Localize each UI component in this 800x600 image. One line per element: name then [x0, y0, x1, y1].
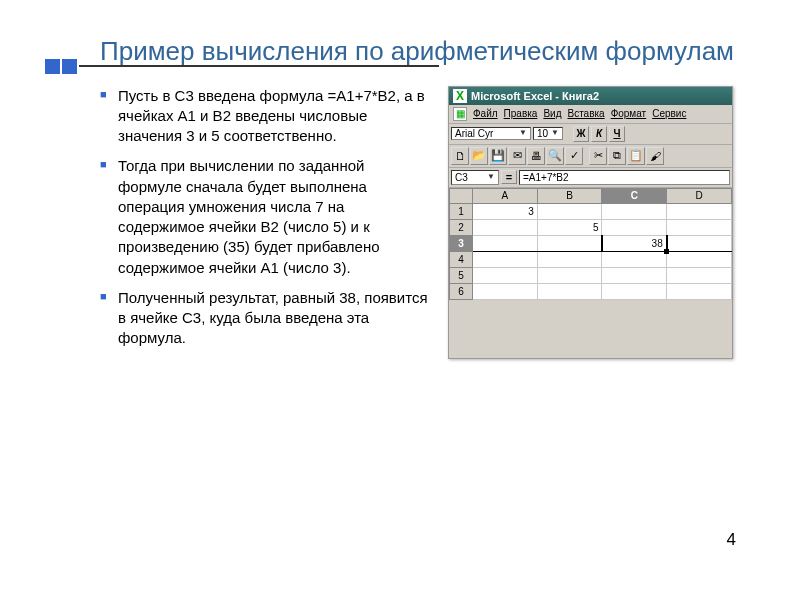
document-icon[interactable]: ▦ — [453, 107, 467, 121]
deco-line — [79, 65, 439, 67]
table-row: 4 — [450, 251, 732, 267]
font-value: Arial Cyr — [455, 128, 493, 139]
cell-d3[interactable] — [667, 235, 732, 251]
page-number: 4 — [727, 530, 736, 550]
cell-c6[interactable] — [602, 283, 667, 299]
col-header-b[interactable]: B — [537, 188, 602, 203]
font-selector[interactable]: Arial Cyr ▼ — [451, 127, 531, 140]
open-icon[interactable]: 📂 — [470, 147, 488, 165]
select-all-corner[interactable] — [450, 188, 473, 203]
chevron-down-icon: ▼ — [487, 172, 495, 183]
bullet-list: Пусть в С3 введена формула =А1+7*В2, а в… — [100, 86, 430, 359]
table-row: 1 3 — [450, 203, 732, 219]
cell-d5[interactable] — [667, 267, 732, 283]
spreadsheet-grid[interactable]: A B C D 1 3 2 5 — [449, 188, 732, 300]
cell-c5[interactable] — [602, 267, 667, 283]
font-size-selector[interactable]: 10 ▼ — [533, 127, 563, 140]
print-icon[interactable]: 🖶 — [527, 147, 545, 165]
menu-view[interactable]: Вид — [543, 108, 561, 119]
row-header[interactable]: 6 — [450, 283, 473, 299]
cell-a4[interactable] — [472, 251, 537, 267]
list-item: Полученный результат, равный 38, появитс… — [100, 288, 430, 349]
content-row: Пусть в С3 введена формула =А1+7*В2, а в… — [100, 86, 750, 359]
title-decoration — [45, 59, 439, 74]
equals-button[interactable]: = — [501, 170, 517, 184]
name-box-value: C3 — [455, 172, 468, 183]
cell-b6[interactable] — [537, 283, 602, 299]
cell-c4[interactable] — [602, 251, 667, 267]
slide: Пример вычисления по арифметическим форм… — [0, 0, 800, 600]
cell-c2[interactable] — [602, 219, 667, 235]
table-row: 3 38 — [450, 235, 732, 251]
deco-square — [45, 59, 60, 74]
column-header-row: A B C D — [450, 188, 732, 203]
list-item: Пусть в С3 введена формула =А1+7*В2, а в… — [100, 86, 430, 147]
standard-toolbar: 🗋 📂 💾 ✉ 🖶 🔍 ✓ ✂ ⧉ 📋 🖌 — [449, 145, 732, 168]
menu-edit[interactable]: Правка — [504, 108, 538, 119]
cell-d1[interactable] — [667, 203, 732, 219]
cut-icon[interactable]: ✂ — [589, 147, 607, 165]
cell-b1[interactable] — [537, 203, 602, 219]
col-header-d[interactable]: D — [667, 188, 732, 203]
col-header-a[interactable]: A — [472, 188, 537, 203]
table-row: 5 — [450, 267, 732, 283]
chevron-down-icon: ▼ — [519, 128, 527, 139]
excel-icon: X — [453, 89, 467, 103]
table-row: 2 5 — [450, 219, 732, 235]
row-header[interactable]: 5 — [450, 267, 473, 283]
cell-d4[interactable] — [667, 251, 732, 267]
row-header[interactable]: 4 — [450, 251, 473, 267]
cell-b2[interactable]: 5 — [537, 219, 602, 235]
row-header[interactable]: 3 — [450, 235, 473, 251]
menu-format[interactable]: Формат — [611, 108, 647, 119]
preview-icon[interactable]: 🔍 — [546, 147, 564, 165]
format-toolbar: Arial Cyr ▼ 10 ▼ Ж К Ч — [449, 124, 732, 145]
list-item: Тогда при вычислении по заданной формуле… — [100, 156, 430, 278]
cell-a2[interactable] — [472, 219, 537, 235]
cell-b3[interactable] — [537, 235, 602, 251]
cell-c1[interactable] — [602, 203, 667, 219]
italic-button[interactable]: К — [591, 126, 607, 142]
bold-button[interactable]: Ж — [573, 126, 589, 142]
formula-bar: C3 ▼ = =A1+7*B2 — [449, 168, 732, 188]
cell-a5[interactable] — [472, 267, 537, 283]
cell-c3[interactable]: 38 — [602, 235, 667, 251]
excel-window: X Microsoft Excel - Книга2 ▦ Файл Правка… — [448, 86, 733, 359]
cell-b5[interactable] — [537, 267, 602, 283]
new-icon[interactable]: 🗋 — [451, 147, 469, 165]
window-title: Microsoft Excel - Книга2 — [471, 90, 599, 102]
format-painter-icon[interactable]: 🖌 — [646, 147, 664, 165]
cell-a1[interactable]: 3 — [472, 203, 537, 219]
col-header-c[interactable]: C — [602, 188, 667, 203]
menu-tools[interactable]: Сервис — [652, 108, 686, 119]
save-icon[interactable]: 💾 — [489, 147, 507, 165]
formula-input[interactable]: =A1+7*B2 — [519, 170, 730, 185]
row-header[interactable]: 2 — [450, 219, 473, 235]
cell-b4[interactable] — [537, 251, 602, 267]
paste-icon[interactable]: 📋 — [627, 147, 645, 165]
underline-button[interactable]: Ч — [609, 126, 625, 142]
spellcheck-icon[interactable]: ✓ — [565, 147, 583, 165]
cell-d6[interactable] — [667, 283, 732, 299]
window-titlebar: X Microsoft Excel - Книга2 — [449, 87, 732, 105]
menu-bar[interactable]: ▦ Файл Правка Вид Вставка Формат Сервис — [449, 105, 732, 124]
cell-a6[interactable] — [472, 283, 537, 299]
chevron-down-icon: ▼ — [551, 128, 559, 139]
row-header[interactable]: 1 — [450, 203, 473, 219]
mail-icon[interactable]: ✉ — [508, 147, 526, 165]
deco-square — [62, 59, 77, 74]
title-block: Пример вычисления по арифметическим форм… — [100, 35, 750, 68]
table-row: 6 — [450, 283, 732, 299]
name-box[interactable]: C3 ▼ — [451, 170, 499, 185]
cell-d2[interactable] — [667, 219, 732, 235]
copy-icon[interactable]: ⧉ — [608, 147, 626, 165]
menu-insert[interactable]: Вставка — [567, 108, 604, 119]
cell-a3[interactable] — [472, 235, 537, 251]
menu-file[interactable]: Файл — [473, 108, 498, 119]
size-value: 10 — [537, 128, 548, 139]
